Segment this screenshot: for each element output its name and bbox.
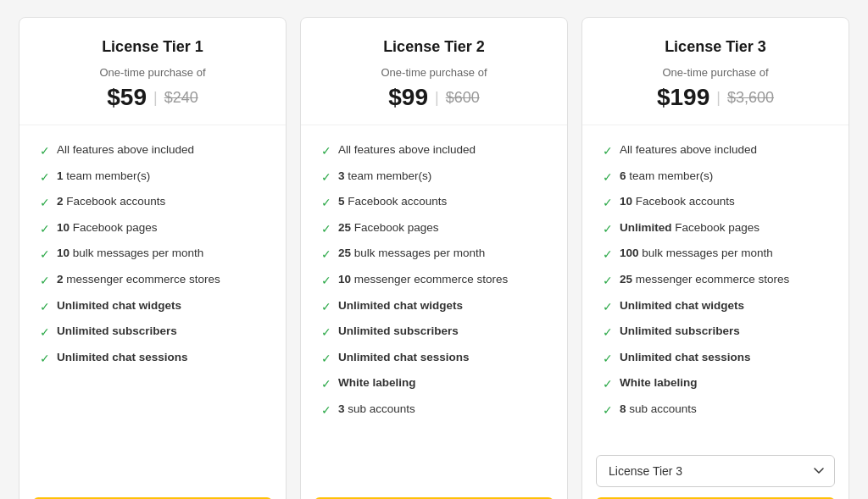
list-item: ✓6 team member(s) [603, 169, 828, 186]
list-item: ✓10 bulk messages per month [40, 246, 265, 263]
list-item: ✓3 sub accounts [321, 402, 547, 419]
card-header-tier2: License Tier 2One-time purchase of$99|$6… [301, 18, 567, 125]
list-item: ✓10 messenger ecommerce stores [321, 272, 547, 290]
list-item: ✓2 messenger ecommerce stores [40, 272, 265, 290]
check-icon: ✓ [603, 376, 613, 393]
check-icon: ✓ [40, 143, 50, 160]
price-divider-tier3: | [716, 89, 721, 107]
check-icon: ✓ [40, 324, 50, 341]
feature-text: Unlimited chat widgets [338, 298, 463, 314]
feature-text: Unlimited chat widgets [620, 298, 744, 314]
check-icon: ✓ [321, 402, 331, 419]
list-item: ✓Unlimited chat sessions [603, 350, 828, 368]
price-row-tier2: $99|$600 [321, 84, 547, 111]
list-item: ✓White labeling [321, 375, 547, 393]
card-title-tier2: License Tier 2 [321, 38, 547, 56]
feature-text: Unlimited chat widgets [57, 298, 181, 314]
feature-text: White labeling [338, 375, 416, 391]
check-icon: ✓ [40, 351, 50, 368]
price-row-tier1: $59|$240 [40, 84, 265, 111]
check-icon: ✓ [603, 351, 613, 368]
list-item: ✓All features above included [321, 142, 547, 160]
check-icon: ✓ [321, 221, 331, 238]
check-icon: ✓ [321, 299, 331, 316]
price-divider-tier1: | [153, 89, 158, 107]
check-icon: ✓ [40, 169, 50, 186]
check-icon: ✓ [603, 299, 613, 316]
feature-text: 10 Facebook accounts [620, 194, 735, 210]
price-original-tier3: $3,600 [727, 89, 774, 107]
check-icon: ✓ [603, 247, 613, 263]
check-icon: ✓ [603, 273, 613, 290]
list-item: ✓100 bulk messages per month [603, 246, 828, 263]
card-features-tier1: ✓All features above included✓1 team memb… [19, 125, 286, 487]
list-item: ✓Unlimited chat widgets [321, 298, 547, 316]
feature-text: Unlimited subscribers [620, 324, 740, 340]
card-header-tier3: License Tier 3One-time purchase of$199|$… [582, 18, 849, 125]
card-title-tier1: License Tier 1 [40, 38, 265, 56]
check-icon: ✓ [603, 221, 613, 238]
pricing-card-tier3: License Tier 3One-time purchase of$199|$… [581, 17, 849, 499]
list-item: ✓Unlimited subscribers [321, 324, 547, 341]
list-item: ✓Unlimited chat widgets [603, 298, 828, 316]
tier-dropdown-tier3[interactable]: License Tier 3 [596, 455, 835, 487]
list-item: ✓3 team member(s) [321, 169, 547, 186]
check-icon: ✓ [321, 324, 331, 341]
check-icon: ✓ [321, 169, 331, 186]
feature-text: 2 messenger ecommerce stores [57, 272, 220, 288]
list-item: ✓10 Facebook pages [40, 220, 265, 238]
feature-text: 25 bulk messages per month [338, 246, 485, 262]
feature-text: All features above included [57, 142, 194, 158]
list-item: ✓All features above included [40, 142, 265, 160]
check-icon: ✓ [321, 376, 331, 393]
feature-text: Unlimited chat sessions [338, 350, 470, 366]
price-original-tier2: $600 [446, 89, 480, 107]
list-item: ✓1 team member(s) [40, 169, 265, 186]
list-item: ✓Unlimited chat widgets [40, 298, 265, 316]
card-footer-tier2: Buy now [301, 487, 567, 499]
dropdown-wrapper-tier3: License Tier 3 [596, 455, 835, 487]
list-item: ✓Unlimited chat sessions [321, 350, 547, 368]
price-label-tier2: One-time purchase of [321, 66, 547, 79]
check-icon: ✓ [321, 143, 331, 160]
list-item: ✓10 Facebook accounts [603, 194, 828, 212]
list-item: ✓8 sub accounts [603, 402, 828, 419]
price-original-tier1: $240 [164, 89, 198, 107]
check-icon: ✓ [603, 169, 613, 186]
list-item: ✓5 Facebook accounts [321, 194, 547, 212]
price-divider-tier2: | [435, 89, 439, 107]
list-item: ✓25 bulk messages per month [321, 246, 547, 263]
check-icon: ✓ [40, 247, 50, 263]
feature-text: 5 Facebook accounts [338, 194, 447, 210]
feature-text: 10 Facebook pages [57, 220, 158, 236]
feature-text: All features above included [620, 142, 757, 158]
feature-text: 25 Facebook pages [338, 220, 439, 236]
check-icon: ✓ [40, 195, 50, 212]
list-item: ✓All features above included [603, 142, 828, 160]
pricing-card-tier1: License Tier 1One-time purchase of$59|$2… [19, 17, 287, 499]
feature-text: 2 Facebook accounts [57, 194, 165, 210]
feature-text: 6 team member(s) [620, 169, 713, 185]
feature-text: 100 bulk messages per month [620, 246, 773, 262]
list-item: ✓Unlimited subscribers [603, 324, 828, 341]
card-footer-tier3: License Tier 3Buy now [582, 445, 849, 499]
card-title-tier3: License Tier 3 [603, 38, 828, 56]
feature-text: All features above included [338, 142, 476, 158]
check-icon: ✓ [40, 221, 50, 238]
list-item: ✓2 Facebook accounts [40, 194, 265, 212]
feature-text: 8 sub accounts [620, 402, 697, 418]
pricing-card-tier2: License Tier 2One-time purchase of$99|$6… [300, 17, 568, 499]
feature-text: White labeling [620, 375, 698, 391]
feature-text: 3 team member(s) [338, 169, 431, 185]
list-item: ✓25 messenger ecommerce stores [603, 272, 828, 290]
list-item: ✓Unlimited chat sessions [40, 350, 265, 368]
list-item: ✓Unlimited subscribers [40, 324, 265, 341]
check-icon: ✓ [603, 324, 613, 341]
list-item: ✓White labeling [603, 375, 828, 393]
card-footer-tier1: Buy now [19, 487, 286, 499]
card-features-tier2: ✓All features above included✓3 team memb… [301, 125, 567, 487]
price-label-tier1: One-time purchase of [40, 66, 265, 79]
feature-text: Unlimited Facebook pages [620, 220, 760, 236]
check-icon: ✓ [321, 247, 331, 263]
feature-text: 25 messenger ecommerce stores [620, 272, 789, 288]
